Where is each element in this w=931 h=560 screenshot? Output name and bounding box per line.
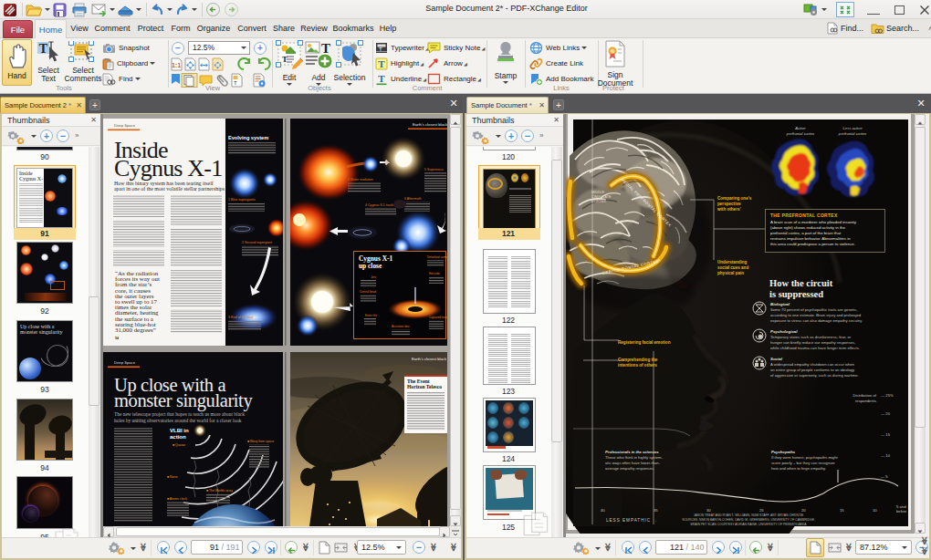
- svg-text:20: 20: [801, 508, 806, 513]
- svg-text:Detached companion: Detached companion: [427, 255, 450, 259]
- svg-text:6 Aftermath: 6 Aftermath: [404, 197, 421, 201]
- svg-text:Captured materials: Captured materials: [429, 316, 450, 319]
- svg-text:“As the radiationforces its wa: “As the radiationforces its way outfrom …: [115, 270, 160, 333]
- svg-text:— 20: — 20: [881, 411, 891, 416]
- svg-text:Comparing one’s: Comparing one’s: [717, 196, 752, 201]
- svg-text:The new telescope project that: The new telescope project that hopes to …: [114, 411, 245, 417]
- svg-text:A widespread empathy shutdown: A widespread empathy shutdown can occur …: [770, 362, 859, 378]
- svg-text:■ The Worlds array: ■ The Worlds array: [206, 489, 233, 493]
- svg-text:below: below: [896, 509, 907, 513]
- svg-text:Professionals in the sciences: Professionals in the sciences: [605, 450, 659, 454]
- svg-text:Some 70 percent of psychopathi: Some 70 percent of psychopathic traits a…: [770, 307, 863, 323]
- svg-text:Those who think in highly syst: Those who think in highly system-atic wa…: [605, 455, 663, 471]
- svg-text:BRAIN PET SCAN COURTESY ADRIAN: BRAIN PET SCAN COURTESY ADRIAN RAINE, UN…: [691, 523, 808, 526]
- svg-text:2 Second supergiant: 2 Second supergiant: [242, 241, 272, 244]
- svg-text:is suppressed: is suppressed: [769, 289, 823, 299]
- svg-text:Deep Space: Deep Space: [114, 360, 136, 365]
- svg-text:intentions of others: intentions of others: [618, 363, 657, 368]
- svg-text:JASON TREAT AND RYAN T. WILLIA: JASON TREAT AND RYAN T. WILLIAMS, NGM ST…: [694, 513, 804, 517]
- svg-text:Accretion disc: Accretion disc: [392, 325, 410, 328]
- svg-text:T: T: [378, 58, 385, 69]
- svg-text:2 Sister evolution: 2 Sister evolution: [348, 178, 373, 181]
- svg-text:5 Supernova: 5 Supernova: [424, 168, 443, 171]
- svg-text:— 10: — 10: [881, 453, 891, 458]
- svg-text:Registering facial emotion: Registering facial emotion: [618, 340, 671, 345]
- svg-text:— 25%: — 25%: [881, 393, 894, 398]
- svg-text:— 5: — 5: [881, 474, 888, 479]
- svg-text:Hot side: Hot side: [429, 272, 440, 275]
- svg-text:Active: Active: [794, 126, 806, 130]
- svg-text:physical pain: physical pain: [717, 271, 744, 275]
- svg-text:Horizon Telesco: Horizon Telesco: [407, 384, 442, 389]
- svg-text:LESS EMPATHIC →: LESS EMPATHIC →: [606, 518, 658, 523]
- svg-text:Biological: Biological: [770, 302, 790, 306]
- svg-text:Understanding: Understanding: [717, 260, 748, 264]
- svg-text:Temporary states such as drunk: Temporary states such as drunkenness, fe…: [770, 335, 860, 350]
- svg-text:4 Cygnus X-1 tracks: 4 Cygnus X-1 tracks: [365, 203, 395, 207]
- svg-text:Comprehending the: Comprehending the: [618, 358, 658, 362]
- svg-text:30: 30: [706, 508, 711, 513]
- svg-text:apart in one of the most volat: apart in one of the most volatile stella…: [114, 186, 225, 192]
- svg-text:holes by uniting observatories: holes by uniting observatories around th…: [114, 418, 242, 423]
- svg-text:prefrontal cortex: prefrontal cortex: [838, 131, 867, 136]
- svg-text:Central bead: Central bead: [360, 290, 376, 294]
- svg-text:Deep Space: Deep Space: [114, 123, 136, 128]
- svg-text:Enter the: Enter the: [365, 314, 377, 317]
- svg-text:25: 25: [759, 508, 764, 513]
- svg-text:35: 35: [654, 508, 658, 513]
- svg-text:respondents: respondents: [855, 399, 876, 403]
- svg-text:perspective: perspective: [717, 202, 741, 206]
- svg-text:T: T: [379, 47, 382, 52]
- svg-text:Earth’s closest black: Earth’s closest black: [413, 122, 448, 127]
- svg-text:10: 10: [873, 508, 877, 513]
- svg-text:T: T: [378, 73, 385, 84]
- svg-text:Evolving system: Evolving system: [228, 135, 268, 140]
- svg-text:Psychopaths: Psychopaths: [771, 450, 796, 454]
- svg-text:15: 15: [840, 508, 844, 513]
- svg-text:1 Blue supergiants: 1 Blue supergiants: [228, 198, 256, 202]
- svg-text:1:1: 1:1: [172, 62, 181, 68]
- svg-text:40: 40: [601, 508, 605, 513]
- svg-text:up close: up close: [359, 262, 382, 270]
- svg-text:social cues and: social cues and: [717, 265, 748, 270]
- svg-text:with others’: with others’: [717, 207, 741, 212]
- svg-text:Psychological: Psychological: [770, 329, 798, 334]
- svg-text:prefrontal cortex: prefrontal cortex: [786, 131, 815, 136]
- svg-text:— 15: — 15: [881, 432, 891, 437]
- svg-text:3 End of the road: 3 End of the road: [228, 316, 254, 319]
- svg-text:Earth’s closest black: Earth’s closest black: [412, 357, 447, 361]
- svg-text:How the circuit: How the circuit: [769, 278, 833, 288]
- svg-text:VLBI in: VLBI in: [170, 428, 189, 433]
- svg-text:■ Noise: ■ Noise: [167, 475, 178, 479]
- svg-text:Jets: Jets: [371, 275, 376, 279]
- svg-text:94: 94: [115, 337, 119, 340]
- svg-text:monster singularity: monster singularity: [114, 390, 253, 411]
- svg-text:T: T: [39, 42, 48, 56]
- svg-text:■ Wavy from space: ■ Wavy from space: [247, 440, 274, 443]
- svg-text:■ Atomic clock: ■ Atomic clock: [167, 497, 187, 501]
- svg-text:Social: Social: [770, 357, 783, 361]
- svg-text:THE PREFRONTAL CORTEX: THE PREFRONTAL CORTEX: [770, 213, 838, 218]
- svg-text:Distribution of: Distribution of: [853, 393, 876, 398]
- svg-text:Cygnus X-1: Cygnus X-1: [114, 155, 222, 181]
- svg-text:Less active: Less active: [843, 126, 863, 130]
- svg-text:SOURCES: SIMON BARON-COHEN, DA: SOURCES: SIMON BARON-COHEN, DAVID M. GRE…: [682, 518, 815, 522]
- svg-text:action: action: [170, 434, 186, 440]
- svg-text:■ Quasar: ■ Quasar: [173, 443, 186, 447]
